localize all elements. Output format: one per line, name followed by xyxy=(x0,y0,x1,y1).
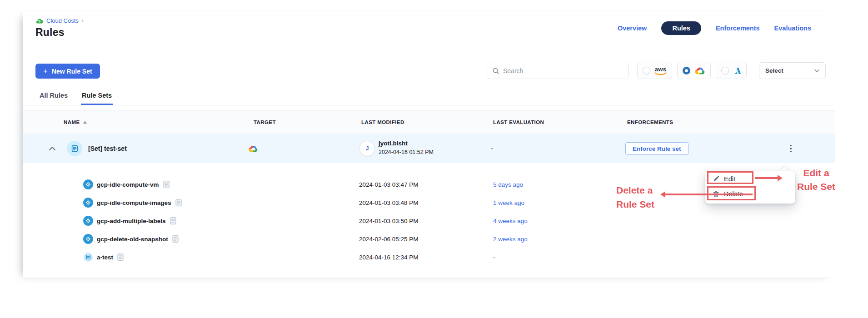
delete-annotation-label: Delete a Rule Set xyxy=(616,183,671,211)
modified-timestamp: 2024-04-16 01:52 PM xyxy=(379,149,434,155)
column-header-target[interactable]: TARGET xyxy=(254,119,276,125)
breadcrumb: $ Cloud Costs › xyxy=(35,17,84,24)
rule-last-evaluation-link[interactable]: 5 days ago xyxy=(493,181,523,188)
filter-gcp-chip[interactable] xyxy=(677,63,711,79)
top-navigation: Overview Rules Enforcements Evaluations xyxy=(618,21,811,35)
rule-row[interactable]: a-test 2024-04-16 12:34 PM - xyxy=(23,248,835,266)
delete-annotation-arrow xyxy=(665,194,753,195)
pencil-icon xyxy=(713,176,719,182)
plus-icon: + xyxy=(43,67,48,75)
rule-set-row[interactable]: [Set] test-set J jyoti.bisht 2024-04-16 … xyxy=(23,134,835,163)
rule-row[interactable]: gcp-add-multiple-labels 2024-01-03 03:50… xyxy=(23,212,835,230)
chevron-down-icon xyxy=(814,69,819,73)
page-title: Rules xyxy=(35,26,65,39)
enforce-rule-set-button[interactable]: Enforce Rule set xyxy=(625,142,688,155)
new-rule-set-button[interactable]: + New Rule Set xyxy=(35,64,100,79)
aws-radio[interactable] xyxy=(643,67,650,75)
aws-logo-icon: aws xyxy=(654,66,667,75)
column-header-last-evaluation[interactable]: LAST EVALUATION xyxy=(493,119,544,125)
rule-icon xyxy=(83,216,93,226)
column-header-name[interactable]: NAME xyxy=(64,119,87,125)
rule-last-modified: 2024-01-03 03:48 PM xyxy=(359,199,419,206)
rule-icon xyxy=(83,198,93,208)
user-avatar: J xyxy=(359,141,375,156)
collapse-chevron-button[interactable] xyxy=(45,142,59,155)
tab-rule-sets[interactable]: Rule Sets xyxy=(81,92,113,105)
search-icon xyxy=(493,68,499,74)
search-input[interactable] xyxy=(503,67,623,75)
rule-icon xyxy=(83,179,93,189)
gcp-radio-selected[interactable] xyxy=(683,67,690,75)
rule-name: gcp-delete-old-snapshot xyxy=(97,236,168,243)
azure-radio[interactable] xyxy=(721,67,729,75)
toolbar: + New Rule Set aws xyxy=(23,51,835,84)
rule-doc-icon[interactable] xyxy=(117,253,124,261)
gcp-target-icon xyxy=(248,144,258,153)
svg-text:$: $ xyxy=(39,19,41,23)
edit-annotation-arrow xyxy=(755,177,778,179)
rule-last-evaluation-link[interactable]: 1 week ago xyxy=(493,199,524,206)
azure-logo-icon xyxy=(733,67,741,75)
gcp-logo-icon xyxy=(694,66,705,75)
rule-last-modified: 2024-04-16 12:34 PM xyxy=(359,254,419,261)
menu-item-edit-label: Edit xyxy=(724,175,735,183)
rule-last-evaluation-link[interactable]: 2 weeks ago xyxy=(493,236,528,243)
breadcrumb-cloud-costs-link[interactable]: Cloud Costs xyxy=(46,17,79,24)
table-header: NAME TARGET LAST MODIFIED LAST EVALUATIO… xyxy=(23,110,835,134)
rules-tab-bar: All Rules Rule Sets xyxy=(23,84,835,105)
nav-evaluations[interactable]: Evaluations xyxy=(774,25,811,32)
row-menu-kebab-icon[interactable] xyxy=(783,141,798,156)
column-header-enforcements[interactable]: ENFORCEMENTS xyxy=(627,119,673,125)
rule-icon xyxy=(83,234,93,244)
new-rule-set-label: New Rule Set xyxy=(52,68,92,75)
modified-by-user: jyoti.bisht xyxy=(379,140,408,147)
sort-ascending-icon xyxy=(83,121,87,124)
rule-name: gcp-idle-compute-images xyxy=(97,199,171,206)
rule-last-evaluation-value: - xyxy=(493,254,495,261)
rule-set-name: [Set] test-set xyxy=(88,145,127,152)
rule-last-evaluation-link[interactable]: 4 weeks ago xyxy=(493,218,528,224)
page-header: $ Cloud Costs › Rules Overview Rules Enf… xyxy=(23,11,835,51)
chevron-up-icon xyxy=(49,146,55,151)
rule-doc-icon[interactable] xyxy=(172,235,179,243)
breadcrumb-separator: › xyxy=(82,17,84,24)
rule-doc-icon[interactable] xyxy=(163,181,170,189)
rule-name: gcp-idle-compute-vm xyxy=(97,181,159,188)
rule-set-mini-icon xyxy=(84,253,93,262)
rule-last-modified: 2024-01-03 03:50 PM xyxy=(359,218,419,224)
cloud-costs-icon: $ xyxy=(35,18,43,24)
filter-aws-chip[interactable]: aws xyxy=(637,63,672,79)
edit-annotation-label: Edit a Rule Set xyxy=(791,166,842,194)
cloud-costs-rules-page: $ Cloud Costs › Rules Overview Rules Enf… xyxy=(23,11,835,278)
select-dropdown[interactable]: Select xyxy=(759,62,826,79)
rule-last-modified: 2024-01-03 03:47 PM xyxy=(359,181,419,188)
last-evaluation-value: - xyxy=(491,145,493,152)
rule-set-icon xyxy=(67,141,82,156)
nav-rules-active[interactable]: Rules xyxy=(661,21,701,35)
nav-overview[interactable]: Overview xyxy=(618,25,647,32)
rule-name: gcp-add-multiple-labels xyxy=(97,218,166,224)
filter-azure-chip[interactable] xyxy=(716,63,747,79)
search-box[interactable] xyxy=(487,63,629,79)
rule-doc-icon[interactable] xyxy=(170,217,176,225)
tab-all-rules[interactable]: All Rules xyxy=(39,92,69,105)
rule-name: a-test xyxy=(97,254,113,261)
toolbar-filters: aws xyxy=(487,62,826,79)
rule-doc-icon[interactable] xyxy=(175,199,182,207)
rule-row[interactable]: gcp-delete-old-snapshot 2024-02-06 05:25… xyxy=(23,230,835,248)
column-header-last-modified[interactable]: LAST MODIFIED xyxy=(361,119,404,125)
select-dropdown-label: Select xyxy=(765,67,783,74)
nav-enforcements[interactable]: Enforcements xyxy=(716,25,760,32)
rule-last-modified: 2024-02-06 05:25 PM xyxy=(359,236,419,243)
